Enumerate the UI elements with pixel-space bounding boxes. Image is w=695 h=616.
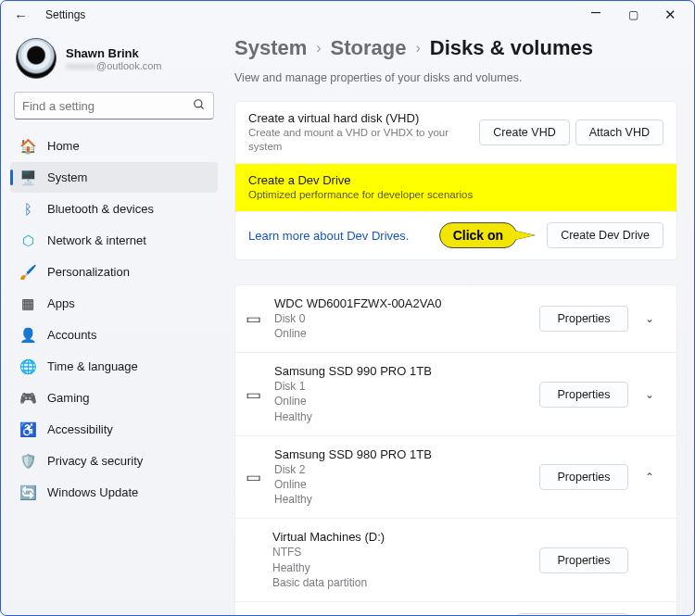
disk-row[interactable]: ▭ Samsung SSD 990 PRO 1TB Disk 1OnlineHe… (235, 352, 676, 435)
row-dev-learn: Learn more about Dev Drives. Click on Cr… (235, 211, 676, 259)
sidebar-item-system[interactable]: 🖥️System (10, 162, 218, 193)
search-input[interactable] (14, 92, 214, 119)
bluetooth-icon: ᛒ (19, 201, 36, 217)
breadcrumb-storage[interactable]: Storage (331, 36, 407, 60)
chevron-right-icon: › (416, 40, 421, 57)
svg-line-1 (201, 106, 204, 108)
profile-email: xxxxxx@outlook.com (66, 60, 161, 71)
properties-button[interactable]: Properties (539, 547, 628, 573)
wifi-icon: ⬡ (19, 233, 36, 249)
close-button[interactable]: ✕ (651, 1, 689, 29)
breadcrumb: System › Storage › Disks & volumes (234, 36, 677, 60)
disk-icon: ▭ (246, 311, 272, 326)
sidebar-item-update[interactable]: 🔄Windows Update (10, 477, 218, 508)
create-vhd-button[interactable]: Create VHD (479, 119, 569, 145)
dev-title: Create a Dev Drive (248, 173, 663, 187)
create-dev-drive-button[interactable]: Create Dev Drive (547, 222, 663, 248)
breadcrumb-system[interactable]: System (234, 36, 307, 60)
volume-name: Virtual Machines (D:) (272, 530, 539, 544)
chevron-right-icon: › (316, 40, 321, 57)
back-button[interactable]: ← (14, 7, 29, 23)
maximize-button[interactable]: ▢ (614, 1, 651, 29)
row-create-dev-drive: Create a Dev Drive Optimized performance… (235, 163, 676, 211)
accessibility-icon: ♿ (19, 421, 36, 438)
properties-button[interactable]: Properties (539, 382, 628, 408)
sidebar-item-privacy[interactable]: 🛡️Privacy & security (10, 446, 218, 476)
search-field[interactable] (22, 99, 193, 113)
avatar (16, 38, 57, 79)
titlebar: ← Settings – ▢ ✕ (1, 1, 694, 29)
svg-point-0 (195, 99, 202, 107)
gamepad-icon: 🎮 (19, 390, 36, 407)
sidebar-item-accessibility[interactable]: ♿Accessibility (10, 414, 218, 445)
sidebar-item-network[interactable]: ⬡Network & internet (10, 225, 218, 256)
chevron-down-icon[interactable]: ⌄ (636, 388, 663, 401)
apps-icon: ▦ (19, 295, 36, 312)
disk-icon: ▭ (246, 387, 272, 402)
chevron-up-icon[interactable]: ⌃ (636, 471, 663, 484)
update-icon: 🔄 (19, 484, 36, 501)
disk-row[interactable]: ▭ Samsung SSD 980 PRO 1TB Disk 2OnlineHe… (235, 435, 676, 519)
learn-dev-drives-link[interactable]: Learn more about Dev Drives. (248, 229, 409, 243)
chevron-down-icon[interactable]: ⌄ (636, 312, 663, 325)
card-disks: ▭ WDC WD6001FZWX-00A2VA0 Disk 0Online Pr… (234, 284, 677, 615)
brush-icon: 🖌️ (19, 264, 36, 281)
search-icon (193, 98, 206, 114)
vhd-title: Create a virtual hard disk (VHD) (248, 111, 474, 125)
sidebar: Shawn Brink xxxxxx@outlook.com 🏠Home 🖥️S… (1, 29, 223, 615)
page-subtitle: View and manage properties of your disks… (234, 71, 677, 84)
sidebar-item-personalization[interactable]: 🖌️Personalization (10, 257, 218, 287)
disk-name: WDC WD6001FZWX-00A2VA0 (274, 296, 539, 310)
system-icon: 🖥️ (19, 170, 36, 186)
dev-sub: Optimized performance for developer scen… (248, 188, 663, 202)
unallocated-row[interactable]: (Unallocated) Create volume ⌄ (235, 601, 676, 615)
vhd-sub: Create and mount a VHD or VHDX to your s… (248, 126, 474, 154)
window-title: Settings (45, 8, 85, 21)
breadcrumb-current: Disks & volumes (430, 36, 593, 60)
profile-name: Shawn Brink (66, 46, 161, 60)
volume-row[interactable]: Virtual Machines (D:) NTFSHealthyBasic d… (235, 518, 676, 601)
sidebar-item-apps[interactable]: ▦Apps (10, 288, 218, 319)
properties-button[interactable]: Properties (539, 306, 628, 332)
profile-block[interactable]: Shawn Brink xxxxxx@outlook.com (10, 34, 218, 92)
sidebar-item-gaming[interactable]: 🎮Gaming (10, 383, 218, 413)
home-icon: 🏠 (19, 138, 36, 155)
sidebar-item-time[interactable]: 🌐Time & language (10, 351, 218, 382)
sidebar-item-bluetooth[interactable]: ᛒBluetooth & devices (10, 194, 218, 224)
create-volume-dropdown[interactable]: Create volume ⌄ (517, 613, 628, 615)
card-create-drives: Create a virtual hard disk (VHD) Create … (234, 101, 677, 260)
content-pane: System › Storage › Disks & volumes View … (223, 29, 694, 615)
sidebar-item-home[interactable]: 🏠Home (10, 131, 218, 161)
disk-name: Samsung SSD 980 PRO 1TB (274, 447, 539, 461)
globe-icon: 🌐 (19, 358, 36, 375)
disk-row[interactable]: ▭ WDC WD6001FZWX-00A2VA0 Disk 0Online Pr… (235, 285, 676, 352)
minimize-button[interactable]: – (577, 0, 614, 25)
disk-name: Samsung SSD 990 PRO 1TB (274, 364, 539, 378)
properties-button[interactable]: Properties (539, 464, 628, 490)
sidebar-item-accounts[interactable]: 👤Accounts (10, 320, 218, 350)
attach-vhd-button[interactable]: Attach VHD (575, 119, 663, 145)
shield-icon: 🛡️ (19, 453, 36, 470)
row-create-vhd: Create a virtual hard disk (VHD) Create … (235, 102, 676, 163)
callout-click-on: Click on (439, 222, 517, 248)
disk-icon: ▭ (246, 470, 272, 484)
person-icon: 👤 (19, 327, 36, 344)
